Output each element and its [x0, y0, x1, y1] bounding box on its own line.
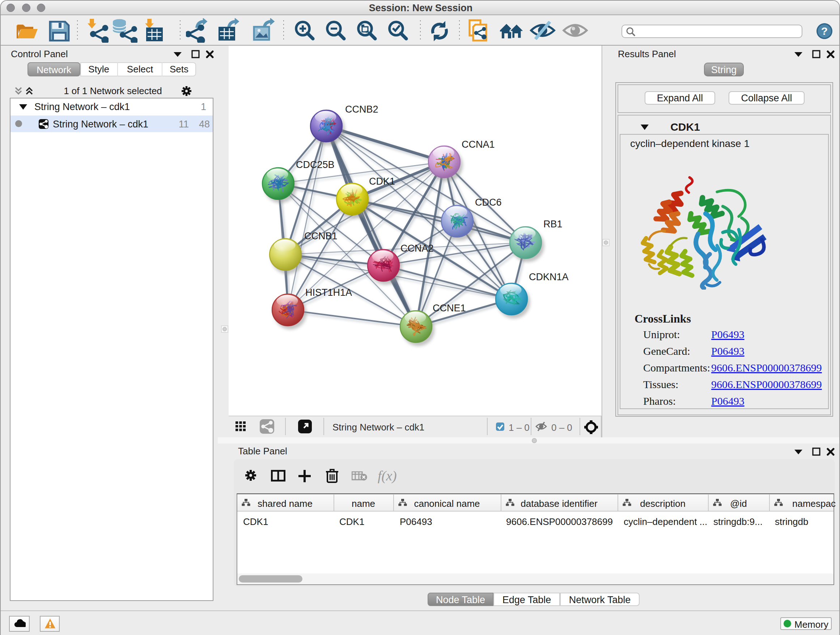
svg-text:CCNE1: CCNE1 — [433, 302, 466, 314]
svg-text:CCNA1: CCNA1 — [462, 139, 495, 150]
svg-text:CDKN1A: CDKN1A — [529, 272, 569, 282]
svg-text:CCNB2: CCNB2 — [345, 104, 378, 115]
svg-text:RB1: RB1 — [543, 219, 562, 230]
svg-text:CDC25B: CDC25B — [296, 159, 335, 170]
svg-text:CCNB1: CCNB1 — [304, 231, 338, 241]
svg-text:?: ? — [821, 25, 828, 37]
svg-text:CDK1: CDK1 — [369, 176, 395, 187]
svg-text:CCNA2: CCNA2 — [401, 243, 434, 254]
svg-text:HIST1H1A: HIST1H1A — [305, 287, 352, 298]
svg-text:CDC6: CDC6 — [475, 197, 502, 208]
